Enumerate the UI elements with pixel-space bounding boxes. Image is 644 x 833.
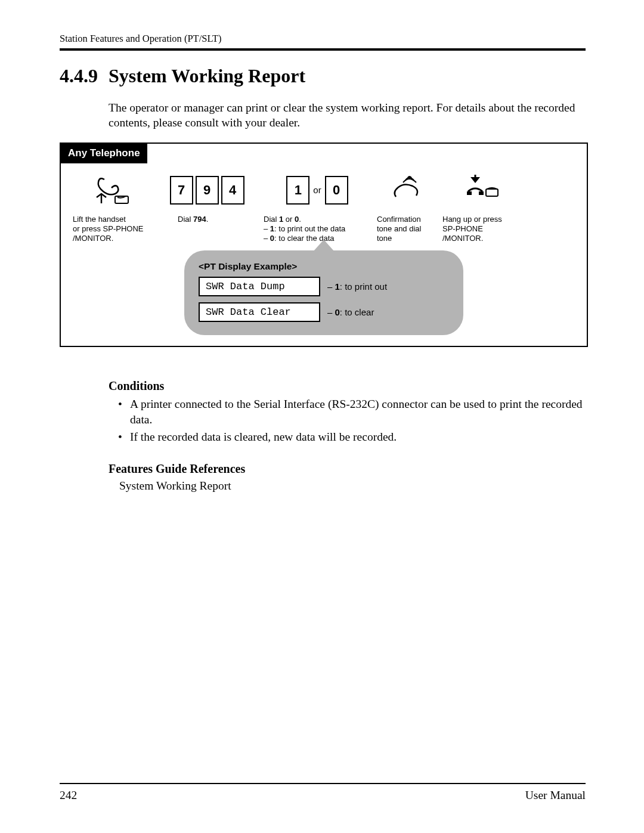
pt-display-1: SWR Data Dump [199, 277, 320, 296]
key-4: 4 [221, 176, 244, 205]
section-number: 4.4.9 [60, 65, 98, 86]
key-0: 0 [325, 176, 348, 205]
page-number: 242 [60, 789, 77, 802]
svg-rect-4 [486, 189, 498, 196]
key-7: 7 [170, 176, 193, 205]
step2-caption-suf: . [206, 215, 209, 224]
condition-item: A printer connected to the Serial Interf… [118, 397, 586, 427]
pt-label-1: – 1: to print out [327, 281, 387, 292]
footer-rule [60, 783, 586, 784]
step1-caption2: or press SP-PHONE [73, 224, 150, 234]
step1-caption3: /MONITOR. [73, 234, 150, 243]
key-9: 9 [196, 176, 219, 205]
section-title-text: System Working Report [109, 65, 305, 86]
offhook-icon [94, 174, 129, 206]
condition-item: If the recorded data is cleared, new dat… [118, 429, 586, 444]
step-dial-1-or-0: 1 or 0 Dial 1 or 0. – 1: to print out th… [264, 169, 371, 244]
step4-caption3: tone [377, 234, 436, 243]
step-onhook: Hang up or press SP-PHONE /MONITOR. [442, 169, 520, 244]
diagram-tab: Any Telephone [61, 144, 147, 163]
header-rule [60, 48, 586, 51]
onhook-icon [463, 174, 499, 206]
procedure-diagram: Any Telephone Lift the [60, 143, 588, 348]
section-heading: 4.4.9System Working Report [60, 65, 586, 87]
intro-paragraph: The operator or manager can print or cle… [109, 100, 586, 131]
step5-caption2: SP-PHONE [442, 224, 520, 234]
tone-icon [390, 174, 423, 206]
pt-display-2: SWR Data Clear [199, 302, 320, 322]
step-offhook: Lift the handset or press SP-PHONE /MONI… [73, 169, 150, 244]
key-1: 1 [286, 176, 309, 205]
step1-caption1: Lift the handset [73, 215, 150, 224]
step2-caption-pre: Dial [178, 215, 193, 224]
conditions-list: A printer connected to the Serial Interf… [118, 397, 586, 444]
step4-caption2: tone and dial [377, 224, 436, 234]
step5-caption1: Hang up or press [442, 215, 520, 224]
svg-rect-1 [467, 191, 472, 195]
running-header: Station Features and Operation (PT/SLT) [60, 33, 586, 45]
features-heading: Features Guide References [109, 462, 586, 476]
step5-caption3: /MONITOR. [442, 234, 520, 243]
features-reference: System Working Report [119, 479, 586, 493]
conditions-heading: Conditions [109, 379, 586, 393]
footer-title: User Manual [525, 789, 586, 802]
step2-caption-bold: 794 [193, 215, 206, 224]
callout-pointer-icon [313, 240, 335, 252]
svg-rect-2 [479, 191, 484, 195]
step-dial-794: 7 9 4 Dial 794. [156, 169, 258, 224]
step4-caption1: Confirmation [377, 215, 436, 224]
pt-label-2: – 0: to clear [327, 307, 374, 317]
or-text: or [313, 185, 321, 195]
pt-title: <PT Display Example> [199, 261, 449, 272]
page-footer: 242 User Manual [60, 778, 586, 802]
step-confirmation-tone: Confirmation tone and dial tone [377, 169, 436, 244]
pt-display-panel: <PT Display Example> SWR Data Dump – 1: … [184, 250, 463, 335]
